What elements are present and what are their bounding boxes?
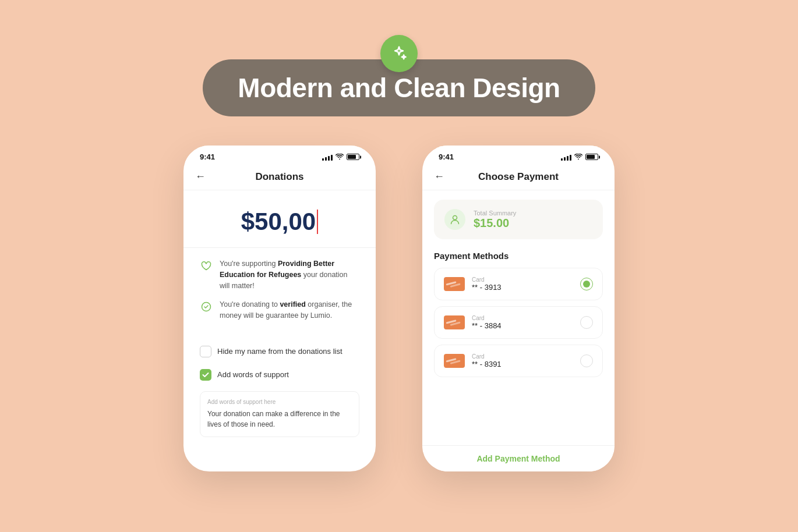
checkbox-empty-icon[interactable] bbox=[200, 346, 211, 357]
total-summary-card: Total Summary $15.00 bbox=[434, 200, 603, 239]
check-circle-icon bbox=[201, 302, 211, 312]
card-logo-svg-3884 bbox=[444, 315, 465, 329]
payment-methods-title: Payment Methods bbox=[434, 251, 603, 261]
card-type-3913: Card bbox=[472, 276, 573, 283]
heart-icon bbox=[201, 261, 211, 271]
checkbox-support-label: Add words of support bbox=[217, 370, 289, 379]
donation-info-section: You're supporting Providing Better Educa… bbox=[183, 248, 376, 340]
nav-title-payment: Choose Payment bbox=[444, 171, 592, 183]
status-icons-donations bbox=[322, 154, 359, 161]
checkbox-checked-icon[interactable] bbox=[200, 369, 211, 381]
person-icon bbox=[444, 209, 465, 230]
status-bar-donations: 9:41 bbox=[183, 146, 376, 165]
radio-inner-3913 bbox=[583, 281, 590, 288]
radio-3884[interactable] bbox=[580, 316, 593, 329]
nav-bar-donations: ← Donations bbox=[183, 165, 376, 190]
status-time-donations: 9:41 bbox=[200, 152, 215, 161]
status-icons-payment bbox=[561, 154, 598, 161]
phones-area: 9:41 bbox=[0, 146, 798, 471]
card-logo-3884 bbox=[444, 315, 465, 329]
wifi-svg-payment bbox=[574, 154, 582, 159]
checkmark-icon bbox=[202, 372, 209, 378]
svg-point-1 bbox=[453, 216, 457, 220]
support-words-label: Add words of support here bbox=[207, 399, 352, 405]
radio-8391[interactable] bbox=[580, 354, 593, 367]
phone-donations: 9:41 bbox=[183, 146, 376, 471]
wifi-icon bbox=[336, 154, 344, 161]
card-logo-3913 bbox=[444, 277, 465, 291]
card-number-8391: ** - 8391 bbox=[472, 360, 573, 368]
checkbox-hide-name[interactable]: Hide my name from the donations list bbox=[183, 340, 376, 363]
signal-icon-payment bbox=[561, 154, 571, 161]
status-bar-payment: 9:41 bbox=[422, 146, 615, 165]
card-info-3913: Card ** - 3913 bbox=[472, 276, 573, 292]
sparkle-icon-bubble bbox=[380, 35, 418, 72]
card-item-8391[interactable]: Card ** - 8391 bbox=[434, 345, 603, 377]
add-payment-button[interactable]: Add Payment Method bbox=[422, 445, 615, 471]
checkbox-support-words[interactable]: Add words of support bbox=[183, 363, 376, 386]
total-summary-info: Total Summary $15.00 bbox=[474, 210, 516, 230]
info-item-2: You're donating to verified organiser, t… bbox=[200, 299, 359, 321]
card-item-3884[interactable]: Card ** - 3884 bbox=[434, 306, 603, 339]
phone-payment: 9:41 bbox=[422, 146, 615, 471]
battery-icon bbox=[347, 154, 359, 160]
info-item-1: You're supporting Providing Better Educa… bbox=[200, 258, 359, 291]
cursor-line bbox=[317, 210, 318, 234]
card-logo-svg-8391 bbox=[444, 354, 465, 368]
back-button-donations[interactable]: ← bbox=[195, 171, 206, 183]
total-summary-amount: $15.00 bbox=[474, 217, 516, 230]
wifi-icon-payment bbox=[574, 154, 582, 161]
support-words-text: Your donation can make a difference in t… bbox=[207, 409, 352, 430]
check-circle-icon-wrap bbox=[200, 300, 213, 313]
person-svg bbox=[450, 214, 460, 225]
card-item-3913[interactable]: Card ** - 3913 bbox=[434, 268, 603, 300]
card-info-8391: Card ** - 8391 bbox=[472, 353, 573, 368]
heart-icon-wrap bbox=[200, 260, 213, 272]
card-number-3884: ** - 3884 bbox=[472, 321, 573, 330]
card-type-8391: Card bbox=[472, 353, 573, 360]
donation-amount-display: $50,00 bbox=[241, 208, 318, 236]
donation-amount-section: $50,00 bbox=[183, 190, 376, 248]
header-area: Modern and Clean Design bbox=[0, 0, 798, 116]
card-logo-svg-3913 bbox=[444, 277, 465, 291]
payment-methods-section: Payment Methods Card ** - 3913 bbox=[422, 249, 615, 385]
support-words-area[interactable]: Add words of support here Your donation … bbox=[200, 391, 359, 437]
amount-value: $50,00 bbox=[241, 208, 316, 236]
info-text-1: You're supporting Providing Better Educa… bbox=[220, 258, 359, 291]
sparkle-icon bbox=[391, 45, 407, 62]
wifi-svg bbox=[336, 154, 344, 159]
status-time-payment: 9:41 bbox=[439, 152, 454, 161]
card-number-3913: ** - 3913 bbox=[472, 283, 573, 292]
main-title: Modern and Clean Design bbox=[238, 72, 560, 104]
checkbox-hide-label: Hide my name from the donations list bbox=[217, 347, 342, 356]
signal-icon bbox=[322, 154, 333, 161]
radio-3913-selected[interactable] bbox=[580, 278, 593, 290]
nav-bar-payment: ← Choose Payment bbox=[422, 165, 615, 190]
card-info-3884: Card ** - 3884 bbox=[472, 315, 573, 330]
info-text-2: You're donating to verified organiser, t… bbox=[220, 299, 359, 321]
card-type-3884: Card bbox=[472, 315, 573, 321]
card-logo-8391 bbox=[444, 354, 465, 368]
nav-title-donations: Donations bbox=[206, 171, 354, 183]
battery-icon-payment bbox=[585, 154, 598, 160]
back-button-payment[interactable]: ← bbox=[434, 171, 444, 183]
total-summary-label: Total Summary bbox=[474, 210, 516, 217]
